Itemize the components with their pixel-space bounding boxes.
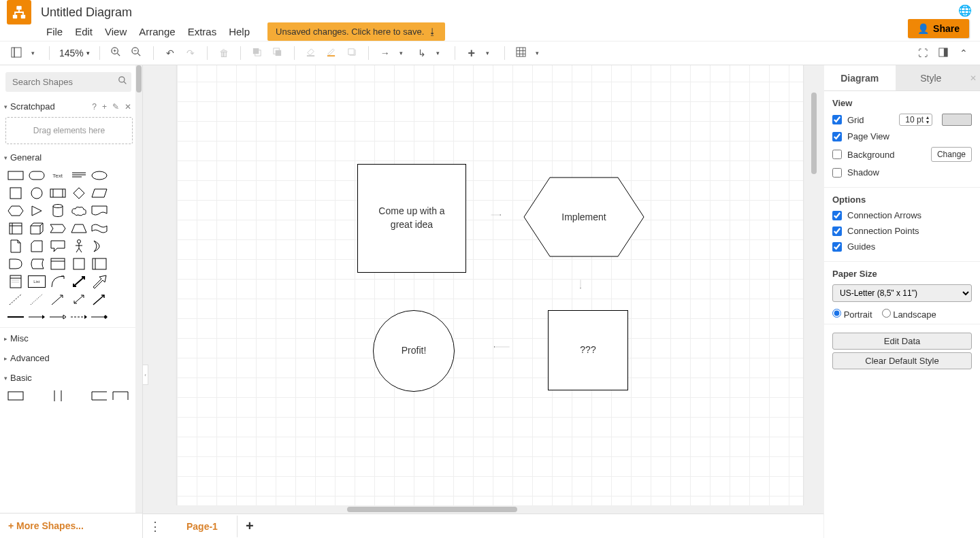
shape-hline-arrow[interactable] bbox=[28, 311, 46, 323]
node-profit[interactable]: Profit! bbox=[373, 310, 455, 392]
shape-rounded-rect[interactable] bbox=[28, 169, 46, 182]
collapse-button[interactable]: ⌃ bbox=[957, 48, 970, 59]
shape-diamond[interactable] bbox=[70, 187, 88, 199]
chevron-right-icon[interactable]: ▸ bbox=[4, 335, 7, 342]
app-logo[interactable] bbox=[7, 0, 31, 24]
search-shapes-input[interactable] bbox=[5, 72, 131, 92]
shape-hline-diamond[interactable] bbox=[91, 311, 108, 323]
background-checkbox[interactable] bbox=[832, 150, 842, 159]
undo-button[interactable]: ↶ bbox=[163, 48, 177, 58]
shape-card[interactable] bbox=[28, 240, 46, 252]
shape-dotted-line[interactable] bbox=[28, 293, 46, 305]
grid-checkbox[interactable] bbox=[832, 115, 842, 124]
category-misc[interactable]: Misc bbox=[10, 333, 29, 343]
sidebar-scrollbar[interactable] bbox=[135, 65, 142, 538]
redo-button[interactable]: ↷ bbox=[184, 48, 197, 58]
scratchpad-close[interactable]: ✕ bbox=[125, 102, 131, 112]
close-panel-button[interactable]: ✕ bbox=[966, 65, 980, 90]
grid-size-input[interactable]: 10 pt ▴▾ bbox=[899, 114, 932, 126]
shape-tape[interactable] bbox=[91, 222, 108, 235]
menu-view[interactable]: View bbox=[105, 26, 127, 37]
shape-circle[interactable] bbox=[28, 187, 46, 199]
shape-actor[interactable] bbox=[70, 240, 88, 252]
menu-arrange[interactable]: Arrange bbox=[139, 26, 175, 37]
shape-parallelogram[interactable] bbox=[91, 187, 108, 199]
chevron-down-icon[interactable]: ▾ bbox=[431, 50, 445, 56]
scratchpad-add[interactable]: + bbox=[102, 102, 107, 112]
chevron-down-icon[interactable]: ▾ bbox=[4, 375, 7, 382]
shape-curve[interactable] bbox=[49, 275, 67, 288]
shadow-button[interactable] bbox=[345, 47, 359, 59]
connection-button[interactable]: → bbox=[378, 48, 392, 58]
chevron-right-icon[interactable]: ▸ bbox=[4, 355, 7, 362]
menu-help[interactable]: Help bbox=[229, 26, 250, 37]
shape-container2[interactable] bbox=[70, 258, 88, 270]
shape-triangle[interactable] bbox=[28, 205, 46, 217]
shape-arrow[interactable] bbox=[91, 275, 108, 288]
view-mode-button[interactable] bbox=[10, 47, 23, 60]
shape-cloud[interactable] bbox=[70, 205, 88, 217]
shape-basic-partial2[interactable] bbox=[112, 390, 129, 402]
fill-color-button[interactable] bbox=[304, 47, 318, 59]
shape-cylinder[interactable] bbox=[49, 205, 67, 217]
node-idea[interactable]: Come up with a great idea bbox=[357, 164, 466, 273]
edge-question-profit[interactable] bbox=[455, 346, 549, 348]
connection-points-checkbox[interactable] bbox=[832, 226, 842, 236]
shape-hline-arrow2[interactable] bbox=[49, 311, 67, 323]
chevron-down-icon[interactable]: ▾ bbox=[395, 50, 408, 56]
insert-button[interactable]: + bbox=[465, 46, 478, 61]
shape-hexagon[interactable] bbox=[7, 205, 24, 217]
menu-file[interactable]: File bbox=[46, 26, 63, 37]
shape-container3[interactable] bbox=[91, 258, 108, 270]
language-icon[interactable]: 🌐 bbox=[958, 4, 972, 17]
page-tab-1[interactable]: Page-1 bbox=[167, 516, 238, 537]
scratchpad-help[interactable]: ? bbox=[92, 102, 97, 112]
category-basic[interactable]: Basic bbox=[10, 373, 32, 383]
edge-implement-question[interactable] bbox=[580, 258, 581, 311]
chevron-down-icon[interactable]: ▾ bbox=[481, 50, 495, 56]
waypoints-button[interactable]: ↳ bbox=[415, 48, 429, 58]
scratchpad-edit[interactable]: ✎ bbox=[112, 102, 119, 112]
shape-document[interactable] bbox=[91, 205, 108, 217]
edge-idea-implement[interactable] bbox=[466, 214, 526, 216]
tab-style[interactable]: Style bbox=[896, 65, 967, 90]
delete-button[interactable]: 🗑 bbox=[217, 48, 231, 58]
category-general[interactable]: General bbox=[10, 152, 42, 163]
edit-data-button[interactable]: Edit Data bbox=[832, 333, 972, 350]
fullscreen-button[interactable]: ⛶ bbox=[916, 48, 930, 59]
shape-text[interactable]: Text bbox=[49, 169, 67, 182]
format-panel-toggle[interactable] bbox=[936, 48, 950, 59]
shape-list2[interactable]: List bbox=[28, 275, 46, 288]
shape-textbox[interactable] bbox=[70, 169, 88, 182]
shape-internal-storage[interactable] bbox=[7, 222, 24, 235]
table-button[interactable] bbox=[514, 47, 528, 59]
shape-square[interactable] bbox=[7, 187, 24, 199]
shape-or[interactable] bbox=[91, 240, 108, 252]
zoom-level[interactable]: 145%▾ bbox=[59, 48, 90, 58]
chevron-down-icon[interactable]: ▾ bbox=[4, 154, 7, 161]
connection-arrows-checkbox[interactable] bbox=[832, 211, 842, 220]
shape-list[interactable] bbox=[7, 275, 24, 288]
shape-and[interactable] bbox=[7, 258, 24, 270]
change-background-button[interactable]: Change bbox=[931, 147, 972, 162]
shape-dashed-line[interactable] bbox=[7, 293, 24, 305]
guides-checkbox[interactable] bbox=[832, 242, 842, 252]
chevron-down-icon[interactable]: ▾ bbox=[531, 50, 544, 56]
document-title[interactable]: Untitled Diagram bbox=[41, 5, 132, 20]
menu-edit[interactable]: Edit bbox=[75, 26, 93, 37]
shape-basic-lines[interactable] bbox=[49, 390, 67, 402]
more-shapes-button[interactable]: + More Shapes... bbox=[0, 513, 142, 538]
shape-ellipse[interactable] bbox=[91, 169, 108, 182]
shape-container[interactable] bbox=[49, 258, 67, 270]
zoom-out-button[interactable] bbox=[130, 47, 144, 59]
search-icon[interactable] bbox=[118, 76, 127, 87]
to-front-button[interactable] bbox=[250, 47, 264, 59]
shape-rectangle[interactable] bbox=[7, 169, 24, 182]
to-back-button[interactable] bbox=[271, 47, 284, 59]
shape-step[interactable] bbox=[49, 222, 67, 235]
menu-extras[interactable]: Extras bbox=[188, 26, 217, 37]
landscape-radio[interactable]: Landscape bbox=[882, 309, 936, 320]
clear-default-style-button[interactable]: Clear Default Style bbox=[832, 352, 972, 369]
shape-note[interactable] bbox=[7, 240, 24, 252]
shape-line-arrow[interactable] bbox=[49, 293, 67, 305]
